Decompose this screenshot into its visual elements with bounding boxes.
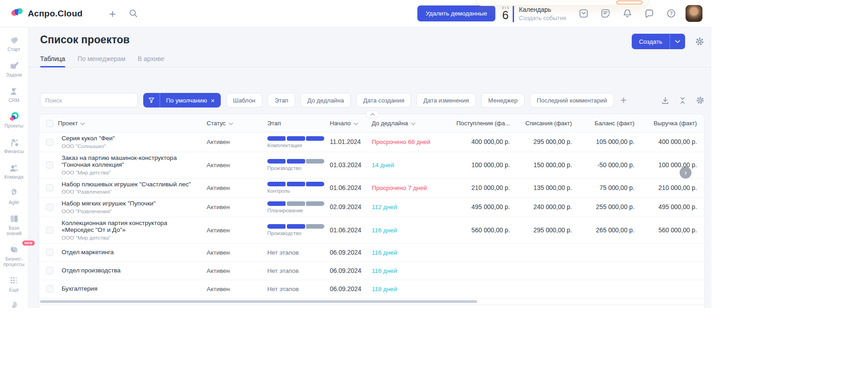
sidebar-item-team[interactable]: Команда	[0, 162, 28, 180]
table-row[interactable]: Набор плюшевых игрушек "Счастливый лес" …	[39, 179, 704, 198]
add-filter-icon[interactable]: +	[620, 95, 627, 106]
calendar-widget[interactable]: 6 Календарь Создать событие	[502, 5, 567, 22]
row-checkbox[interactable]	[46, 226, 53, 234]
collapse-header-pill[interactable]	[366, 111, 379, 118]
table-row[interactable]: Серия кукол "Феи" ООО "Солнышко" Активен…	[39, 133, 704, 152]
start-date-cell: 01.03.2024	[327, 162, 369, 169]
project-name[interactable]: Заказ на партию машинок-конструктора "Го…	[62, 154, 192, 169]
expense-cell: 295 000,00 р.	[510, 138, 572, 145]
calendar-title[interactable]: Календарь	[519, 5, 567, 14]
column-header[interactable]: Баланс (факт)	[572, 120, 634, 127]
column-header[interactable]: Этап	[264, 120, 327, 127]
user-avatar[interactable]	[686, 5, 702, 22]
status-cell: Активен	[203, 184, 264, 191]
tab-archive[interactable]: В архиве	[138, 55, 165, 67]
notes-icon[interactable]	[600, 8, 611, 19]
project-name[interactable]: Серия кукол "Феи"	[62, 135, 192, 142]
tab-by-managers[interactable]: По менеджерам	[78, 55, 125, 67]
delete-demo-button[interactable]: Удалить демоданные	[417, 5, 495, 21]
filter-chip[interactable]: Дата создания	[356, 93, 411, 108]
create-dropdown-chevron-icon[interactable]	[670, 34, 685, 49]
project-name[interactable]: Отдел производства	[62, 267, 192, 274]
sort-chevron-icon[interactable]	[80, 120, 85, 127]
help-icon[interactable]: ?	[666, 8, 676, 19]
table-row[interactable]: Бухгалтерия Активен Нет этапов 06.09.202…	[39, 280, 704, 298]
row-checkbox[interactable]	[46, 204, 53, 211]
project-name[interactable]: Отдел маркетинга	[62, 249, 192, 256]
create-button[interactable]: Создать	[632, 34, 685, 49]
aspro-glyph-icon	[9, 301, 19, 308]
add-icon[interactable]: +	[109, 8, 116, 20]
collapse-rows-icon[interactable]	[679, 97, 686, 104]
toast-button-fragment[interactable]	[616, 0, 643, 5]
project-name[interactable]: Набор плюшевых игрушек "Счастливый лес"	[62, 181, 192, 188]
horizontal-scrollbar[interactable]	[40, 300, 477, 303]
no-stage-label: Нет этапов	[267, 286, 299, 292]
projects-table-card: ПроектСтатусЭтапНачалоДо дедлайнаПоступл…	[39, 114, 705, 308]
filter-chip[interactable]: Шаблон	[226, 93, 262, 108]
row-checkbox[interactable]	[46, 138, 53, 146]
select-all-checkbox[interactable]	[46, 120, 53, 127]
sidebar-item-knowledge[interactable]: Базазнаний	[0, 213, 28, 236]
column-header[interactable]: До дедлайна	[369, 120, 441, 127]
sidebar-item-more[interactable]: Ещё	[0, 275, 28, 293]
project-name[interactable]: Набор мягких игрушек "Пупочки"	[62, 200, 192, 207]
export-download-icon[interactable]	[661, 96, 670, 105]
sidebar-item-start[interactable]: Старт	[0, 35, 28, 52]
main-content: Список проектов Создать ТаблицаПо менедж…	[28, 27, 712, 308]
sidebar-item-tasks[interactable]: Задачи	[0, 60, 28, 78]
scroll-right-button[interactable]: ›	[680, 167, 691, 179]
filter-chip[interactable]: До дедлайна	[301, 93, 351, 108]
finance-icon	[9, 137, 20, 148]
table-settings-gear-icon[interactable]	[696, 96, 705, 105]
chat-icon[interactable]	[644, 8, 655, 19]
column-header[interactable]: Выручка (факт)	[634, 120, 697, 127]
funnel-icon[interactable]	[143, 93, 160, 108]
column-header[interactable]: Проект	[55, 120, 203, 127]
project-company: ООО "Развлечения"	[62, 209, 192, 215]
row-checkbox[interactable]	[46, 285, 53, 292]
filter-chip[interactable]: Менеджер	[481, 93, 525, 108]
project-name[interactable]: Бухгалтерия	[62, 285, 192, 292]
row-checkbox[interactable]	[46, 267, 53, 274]
sort-chevron-icon[interactable]	[411, 120, 416, 127]
row-checkbox[interactable]	[46, 249, 53, 256]
project-cell: Серия кукол "Феи" ООО "Солнышко"	[55, 135, 203, 149]
table-row[interactable]: Набор мягких игрушек "Пупочки" ООО "Разв…	[39, 198, 704, 217]
heart-icon	[9, 35, 20, 46]
filter-chip[interactable]: Дата изменения	[416, 93, 476, 108]
deadline-cell: 116 дней	[369, 267, 441, 274]
column-header[interactable]: Поступления (фа...	[441, 120, 510, 127]
sort-chevron-icon[interactable]	[229, 120, 233, 127]
clear-filter-icon[interactable]: ×	[211, 97, 215, 104]
search-icon[interactable]	[129, 9, 138, 18]
table-row[interactable]: Отдел маркетинга Активен Нет этапов 06.0…	[39, 244, 704, 262]
calendar-leaf-icon: 6	[502, 6, 509, 21]
sidebar-item-finance[interactable]: Финансы	[0, 137, 28, 154]
create-event-link[interactable]: Создать событие	[519, 14, 567, 22]
inbox-icon[interactable]	[578, 8, 589, 19]
filter-chip[interactable]: Этап	[268, 93, 295, 108]
sidebar-item-crm[interactable]: CRM	[0, 86, 28, 103]
sidebar-item-projects[interactable]: Проекты	[0, 111, 28, 129]
sidebar-item-processes[interactable]: NEW Бизнес-процессы	[0, 244, 28, 267]
page-settings-gear-icon[interactable]	[695, 36, 705, 46]
search-input[interactable]	[40, 93, 138, 108]
notifications-bell-icon[interactable]	[622, 8, 633, 19]
column-header[interactable]: Списания (факт)	[510, 120, 572, 127]
row-checkbox[interactable]	[46, 161, 53, 169]
table-row[interactable]: Отдел производства Активен Нет этапов 06…	[39, 262, 704, 280]
active-filter-chip[interactable]: По умолчанию×	[143, 93, 221, 108]
table-row[interactable]: Заказ на партию машинок-конструктора "Го…	[39, 152, 704, 179]
column-header[interactable]: Статус	[203, 120, 264, 127]
sort-chevron-icon[interactable]	[353, 120, 358, 127]
tab-table[interactable]: Таблица	[40, 55, 65, 67]
sidebar-item-agile[interactable]: Agile	[0, 188, 28, 205]
project-name[interactable]: Коллекционная партия конструктора «Мерсе…	[62, 220, 192, 234]
brand[interactable]: Аспро.Cloud	[10, 6, 83, 20]
column-header[interactable]: Начало	[327, 120, 369, 127]
filter-chip[interactable]: Последний комментарий	[530, 93, 614, 108]
row-checkbox[interactable]	[46, 184, 53, 191]
table-row[interactable]: Коллекционная партия конструктора «Мерсе…	[39, 217, 704, 244]
sidebar-item-label: Бизнес-процессы	[3, 256, 24, 267]
